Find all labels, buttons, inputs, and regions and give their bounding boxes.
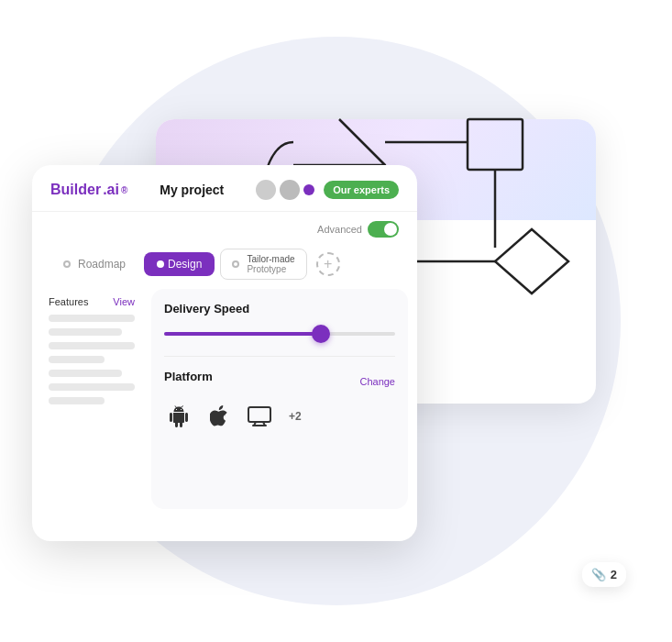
scene: Builder.ai® My project Our experts Advan…: [0, 0, 672, 642]
right-panel: Delivery Speed Platform Change: [151, 289, 408, 509]
delivery-speed-section: Delivery Speed: [164, 302, 395, 343]
advanced-label: Advanced: [317, 224, 362, 235]
avatar-1: [256, 180, 276, 200]
divider: [164, 356, 395, 357]
avatar-group: [256, 180, 314, 200]
project-title: My project: [127, 183, 256, 197]
skeleton-4: [49, 356, 105, 363]
tab-design[interactable]: Design: [144, 252, 215, 276]
left-panel: Features View: [41, 289, 142, 509]
features-header: Features View: [41, 289, 142, 315]
svg-rect-5: [248, 407, 270, 422]
skeleton-3: [49, 342, 135, 349]
attachment-icon: 📎: [591, 568, 606, 581]
tab-tailor-made[interactable]: Tailor-made Prototype: [220, 249, 306, 280]
view-link[interactable]: View: [113, 296, 135, 307]
platform-icons: +2: [164, 402, 395, 431]
platform-header: Platform Change: [164, 370, 395, 393]
svg-rect-1: [468, 119, 523, 170]
skeleton-6: [49, 383, 135, 391]
delivery-speed-title: Delivery Speed: [164, 302, 395, 315]
experts-badge[interactable]: Our experts: [324, 181, 399, 199]
main-content: Features View Delivery Speed: [32, 289, 417, 518]
logo-text: Builder: [50, 182, 101, 198]
tailor-line1: Tailor-made: [247, 254, 294, 264]
desktop-icon: [245, 402, 274, 431]
delivery-speed-slider[interactable]: [164, 325, 395, 343]
platform-plus-count: +2: [289, 410, 302, 423]
skeleton-2: [49, 328, 122, 336]
svg-marker-2: [495, 229, 568, 293]
features-label: Features: [49, 296, 88, 307]
skeleton-1: [49, 315, 135, 322]
logo-ai: .ai: [103, 182, 119, 198]
avatar-3: [303, 184, 314, 195]
tab-roadmap[interactable]: Roadmap: [50, 252, 138, 276]
advanced-toggle[interactable]: [368, 221, 399, 238]
android-icon: [164, 402, 193, 431]
logo-registered: ®: [121, 185, 127, 195]
tailor-line2: Prototype: [247, 264, 294, 274]
design-check: [157, 260, 164, 268]
skeleton-7: [49, 397, 105, 404]
add-tab-button[interactable]: +: [316, 252, 340, 276]
skeleton-5: [49, 370, 122, 377]
roadmap-radio: [63, 260, 71, 268]
roadmap-label: Roadmap: [78, 258, 126, 271]
card-header: Builder.ai® My project Our experts: [32, 165, 417, 212]
platform-title: Platform: [164, 370, 213, 383]
avatar-2: [280, 180, 300, 200]
attachment-badge: 📎 2: [582, 562, 626, 587]
tabs-row: Roadmap Design Tailor-made Prototype +: [32, 243, 417, 289]
attachment-count: 2: [611, 568, 617, 581]
change-link[interactable]: Change: [359, 376, 395, 387]
slider-thumb[interactable]: [312, 325, 330, 343]
platform-section: Platform Change: [164, 370, 395, 431]
builder-ai-logo: Builder.ai®: [50, 182, 127, 198]
apple-icon: [204, 402, 234, 431]
skeleton-lines: [41, 315, 142, 404]
slider-fill: [164, 332, 321, 336]
tailor-radio: [232, 260, 239, 268]
front-card: Builder.ai® My project Our experts Advan…: [32, 165, 417, 541]
design-label: Design: [168, 258, 202, 271]
advanced-row: Advanced: [32, 212, 417, 243]
